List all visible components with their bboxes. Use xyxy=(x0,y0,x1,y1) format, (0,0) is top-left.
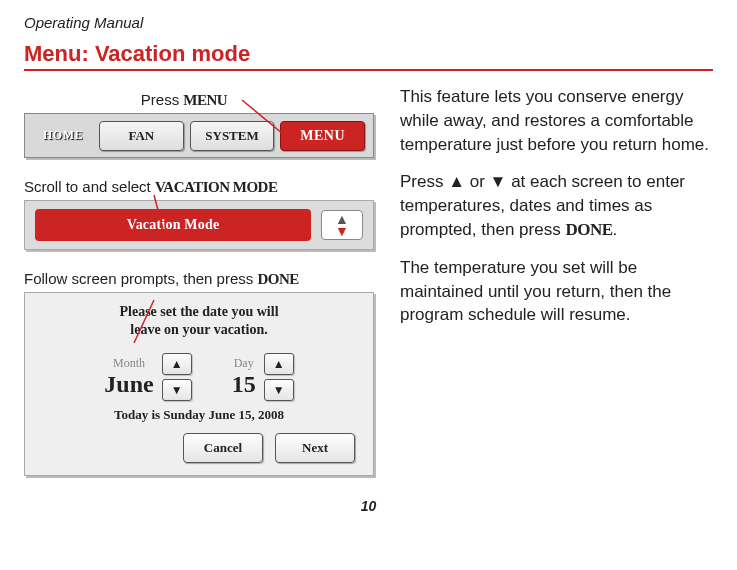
left-column: Press MENU HOME FAN SYSTEM MENU Scroll t… xyxy=(24,85,374,476)
triangle-down-icon: ▼ xyxy=(335,225,349,237)
menu-button[interactable]: MENU xyxy=(280,121,365,151)
page-number: 10 xyxy=(24,498,713,514)
triangle-down-icon: ▼ xyxy=(273,383,285,397)
press-menu-caption: Press MENU xyxy=(24,91,344,109)
page-title: Menu: Vacation mode xyxy=(24,41,713,67)
fan-button[interactable]: FAN xyxy=(99,121,184,151)
paragraph-3: The temperature you set will be maintain… xyxy=(400,256,713,327)
cancel-button[interactable]: Cancel xyxy=(183,433,263,463)
scroll-arrows[interactable]: ▲ ▼ xyxy=(321,210,363,240)
vacation-date-screen: Please set the date you will leave on yo… xyxy=(24,292,374,476)
p2-d: . xyxy=(613,220,618,239)
next-button[interactable]: Next xyxy=(275,433,355,463)
today-text: Today is Sunday June 15, 2008 xyxy=(37,407,361,423)
press-menu-text: Press xyxy=(141,91,184,108)
triangle-up-icon: ▲ xyxy=(273,357,285,371)
month-down-button[interactable]: ▼ xyxy=(162,379,192,401)
title-rule xyxy=(24,69,713,71)
month-group: Month June ▲ ▼ xyxy=(104,353,191,401)
triangle-up-icon: ▲ xyxy=(448,172,465,191)
month-value: June xyxy=(104,371,153,398)
system-button[interactable]: SYSTEM xyxy=(190,121,275,151)
p2-done: DONE xyxy=(565,220,612,239)
press-menu-word: MENU xyxy=(183,92,227,108)
paragraph-1: This feature lets you conserve energy wh… xyxy=(400,85,713,156)
day-stepper: ▲ ▼ xyxy=(264,353,294,401)
cancel-next-row: Cancel Next xyxy=(37,433,361,463)
follow-caption-pre: Follow screen prompts, then press xyxy=(24,270,257,287)
scroll-caption: Scroll to and select VACATION MODE xyxy=(24,178,374,196)
day-value: 15 xyxy=(232,371,256,398)
p2-a: Press xyxy=(400,172,448,191)
triangle-down-icon: ▼ xyxy=(490,172,507,191)
screen-prompt-line1: Please set the date you will xyxy=(37,303,361,321)
doc-header: Operating Manual xyxy=(24,14,713,31)
day-down-button[interactable]: ▼ xyxy=(264,379,294,401)
month-stepper: ▲ ▼ xyxy=(162,353,192,401)
scroll-caption-word: VACATION MODE xyxy=(155,179,278,195)
vacation-mode-item[interactable]: Vacation Mode xyxy=(35,209,311,241)
right-column: This feature lets you conserve energy wh… xyxy=(400,85,713,476)
day-label: Day xyxy=(232,356,256,371)
triangle-up-icon: ▲ xyxy=(171,357,183,371)
vacation-mode-bar: Vacation Mode ▲ ▼ xyxy=(24,200,374,250)
day-group: Day 15 ▲ ▼ xyxy=(232,353,294,401)
home-button[interactable]: HOME xyxy=(33,120,93,151)
scroll-caption-pre: Scroll to and select xyxy=(24,178,155,195)
paragraph-2: Press ▲ or ▼ at each screen to enter tem… xyxy=(400,170,713,241)
triangle-down-icon: ▼ xyxy=(171,383,183,397)
screen-prompt-line2: leave on your vacation. xyxy=(37,321,361,339)
month-up-button[interactable]: ▲ xyxy=(162,353,192,375)
follow-caption-word: DONE xyxy=(257,271,298,287)
p2-b: or xyxy=(465,172,490,191)
follow-caption: Follow screen prompts, then press DONE xyxy=(24,270,374,288)
top-button-bar: HOME FAN SYSTEM MENU xyxy=(24,113,374,158)
month-label: Month xyxy=(104,356,153,371)
month-day-row: Month June ▲ ▼ Day 15 ▲ ▼ xyxy=(37,353,361,401)
day-up-button[interactable]: ▲ xyxy=(264,353,294,375)
